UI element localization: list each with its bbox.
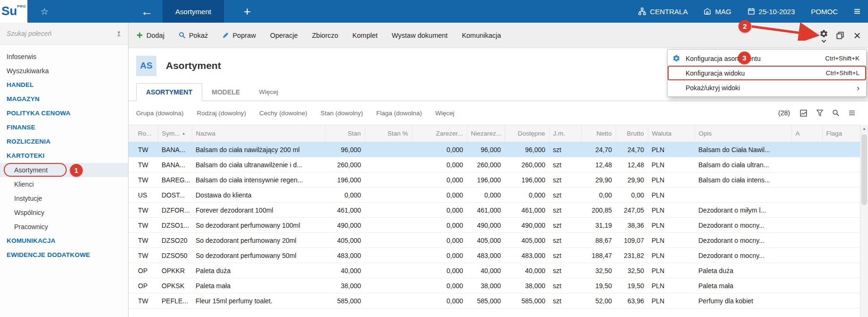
- sidebar-item-finanse[interactable]: FINANSE: [0, 120, 128, 135]
- vertical-scrollbar[interactable]: ▲: [860, 125, 868, 317]
- sidebar-item-wyszukiwarka[interactable]: Wyszukiwarka: [0, 64, 128, 78]
- submenu-arrow-icon: ›: [857, 84, 859, 92]
- search-input[interactable]: [7, 30, 115, 37]
- column-header[interactable]: Nazwa: [192, 125, 325, 142]
- komplet-menu[interactable]: Komplet: [352, 32, 378, 39]
- zbiorczo-menu[interactable]: Zbiorczo: [312, 32, 338, 39]
- menu-item-pokaz-ukryj-widoki[interactable]: Pokaż/ukryj widoki ›: [668, 80, 866, 95]
- operacje-menu[interactable]: Operacje: [270, 32, 298, 39]
- table-row[interactable]: TWDZFOR...Forever dezodorant 100ml461,00…: [129, 203, 860, 218]
- tab-asortyment[interactable]: ASORTYMENT: [136, 83, 202, 101]
- topbar-right: CENTRALA MAG 25-10-2023 POMOC ≡: [638, 0, 860, 23]
- ribbon-toolbar: Dodaj Pokaż Popraw Operacje Zbiorczo Kom…: [129, 23, 868, 48]
- sidebar-item-handel[interactable]: HANDEL: [0, 78, 128, 92]
- chart-view-icon[interactable]: [799, 109, 808, 117]
- column-header[interactable]: Dostępne: [505, 125, 549, 142]
- cell: US: [129, 188, 158, 203]
- cell: 29,90: [581, 172, 616, 188]
- menu-item-konfiguracja-widoku[interactable]: Konfiguracja widoku Ctrl+Shift+L: [668, 66, 866, 80]
- hamburger-menu-icon[interactable]: ≡: [854, 5, 860, 18]
- table-row[interactable]: TWDZSO1...So dezodorant perfumowany 100m…: [129, 218, 860, 233]
- table-row[interactable]: TWBANA...Balsam do ciała ultranawilżenie…: [129, 157, 860, 172]
- sidebar-item-rozliczenia[interactable]: ROZLICZENIA: [0, 135, 128, 149]
- column-header[interactable]: Zarezer...: [412, 125, 467, 142]
- filter-grupa[interactable]: Grupa (dowolna): [136, 110, 184, 117]
- table-row[interactable]: OPOPKSKPaleta mała38,0000,00038,00038,00…: [129, 278, 860, 293]
- add-button[interactable]: Dodaj: [136, 32, 164, 39]
- cell: 461,000: [325, 203, 365, 218]
- column-header[interactable]: Niezarez...: [467, 125, 505, 142]
- filter-flaga[interactable]: Flaga (dowolna): [376, 110, 422, 117]
- sidebar-item-polityka-cenowa[interactable]: POLITYKA CENOWA: [0, 106, 128, 120]
- table-row[interactable]: TWBAREG...Balsam do ciała intensywnie re…: [129, 172, 860, 188]
- settings-gear-button[interactable]: [819, 29, 828, 42]
- column-header[interactable]: Waluta: [648, 125, 695, 142]
- column-header[interactable]: Flaga: [822, 125, 860, 142]
- back-arrow-icon[interactable]: ←: [137, 0, 157, 23]
- cell: 260,000: [505, 157, 549, 172]
- column-header[interactable]: Opis: [695, 125, 791, 142]
- scrollbar-thumb[interactable]: [861, 134, 867, 205]
- cell: szt: [549, 263, 581, 278]
- table-row[interactable]: TWPEFLE...Fleur 15ml perfumy toalet.585,…: [129, 293, 860, 308]
- menu-item-konfiguracja-asortymentu[interactable]: Konfiguracja asortymentu Ctrl+Shift+K: [668, 51, 866, 66]
- restore-window-icon[interactable]: [836, 31, 844, 40]
- sidebar-item-instytucje[interactable]: Instytucje: [0, 191, 128, 206]
- column-header[interactable]: Stan %: [365, 125, 412, 142]
- sidebar-item-komunikacja[interactable]: KOMUNIKACJA: [0, 234, 128, 248]
- app-logo[interactable]: Su PRO: [0, 0, 27, 23]
- close-icon[interactable]: ×: [852, 29, 862, 42]
- collapse-ribbon-icon[interactable]: [806, 34, 812, 40]
- search-icon[interactable]: [832, 109, 840, 117]
- filter-stan[interactable]: Stan (dowolny): [320, 110, 363, 117]
- tab-wiecej[interactable]: Więcej: [249, 83, 288, 101]
- filter-funnel-icon[interactable]: [816, 109, 824, 117]
- date-selector[interactable]: 25-10-2023: [748, 8, 795, 16]
- cell: [822, 203, 860, 218]
- column-header[interactable]: Sym...▲: [158, 125, 192, 142]
- column-header[interactable]: Brutto: [616, 125, 648, 142]
- pin-icon[interactable]: [115, 30, 122, 37]
- cell: PEFLE...: [158, 293, 192, 308]
- sidebar-item-pracownicy[interactable]: Pracownicy: [0, 220, 128, 234]
- window-tab-asortyment[interactable]: Asortyment: [163, 0, 224, 23]
- company-selector[interactable]: CENTRALA: [638, 8, 688, 16]
- table-row[interactable]: TWDZSO50So dezodorant perfumowany 50ml48…: [129, 248, 860, 263]
- filter-rodzaj[interactable]: Rodzaj (dowolny): [197, 110, 246, 117]
- column-header[interactable]: Netto: [581, 125, 616, 142]
- cell: [365, 233, 412, 248]
- show-button[interactable]: Pokaż: [179, 32, 208, 39]
- table-row[interactable]: TWDZSO20So dezodorant perfumowany 20ml40…: [129, 233, 860, 248]
- tab-modele[interactable]: MODELE: [202, 83, 249, 101]
- komunikacja-menu[interactable]: Komunikacja: [462, 32, 501, 39]
- scroll-up-icon[interactable]: ▲: [860, 125, 868, 133]
- column-header[interactable]: Stan: [325, 125, 365, 142]
- column-header[interactable]: J.m.: [549, 125, 581, 142]
- table-row[interactable]: USDOST...Dostawa do klienta0,0000,0000,0…: [129, 188, 860, 203]
- filter-cechy[interactable]: Cechy (dowolne): [259, 110, 307, 117]
- sidebar-item-klienci[interactable]: Klienci: [0, 177, 128, 191]
- table-row[interactable]: TWBANA...Balsam do ciała nawilżający 200…: [129, 142, 860, 157]
- filter-wiecej[interactable]: Więcej: [435, 110, 455, 117]
- column-header[interactable]: Ro...: [129, 125, 158, 142]
- column-menu-icon[interactable]: [848, 109, 856, 117]
- cell: Dezodorant o mocny...: [695, 248, 791, 263]
- help-button[interactable]: POMOC: [811, 8, 838, 16]
- sidebar-item-kartoteki[interactable]: KARTOTEKI: [0, 149, 128, 163]
- sidebar-item-magazyn[interactable]: MAGAZYN: [0, 92, 128, 106]
- cell: PLN: [648, 278, 695, 293]
- table-row[interactable]: OPOPKKRPaleta duża40,0000,00040,00040,00…: [129, 263, 860, 278]
- wystaw-dokument-menu[interactable]: Wystaw dokument: [392, 32, 447, 39]
- sidebar-item-wspólnicy[interactable]: Wspólnicy: [0, 206, 128, 220]
- column-header[interactable]: A: [791, 125, 822, 142]
- edit-button[interactable]: Popraw: [222, 32, 256, 39]
- warehouse-selector[interactable]: MAG: [704, 8, 731, 16]
- sidebar-item-ewidencje-dodatkowe[interactable]: EWIDENCJE DODATKOWE: [0, 248, 128, 262]
- cell: Balsam do ciała intensywnie regen...: [192, 172, 325, 188]
- app-window: Su PRO ☆ ← Asortyment + CENTRALA MAG: [0, 0, 868, 317]
- favorites-star-icon[interactable]: ☆: [36, 0, 53, 23]
- sidebar-item-infoserwis[interactable]: Infoserwis: [0, 50, 128, 64]
- sidebar-item-asortyment[interactable]: Asortyment: [0, 163, 128, 177]
- new-tab-button[interactable]: +: [239, 0, 256, 23]
- cell: Balsam do Ciała Nawil...: [695, 142, 791, 157]
